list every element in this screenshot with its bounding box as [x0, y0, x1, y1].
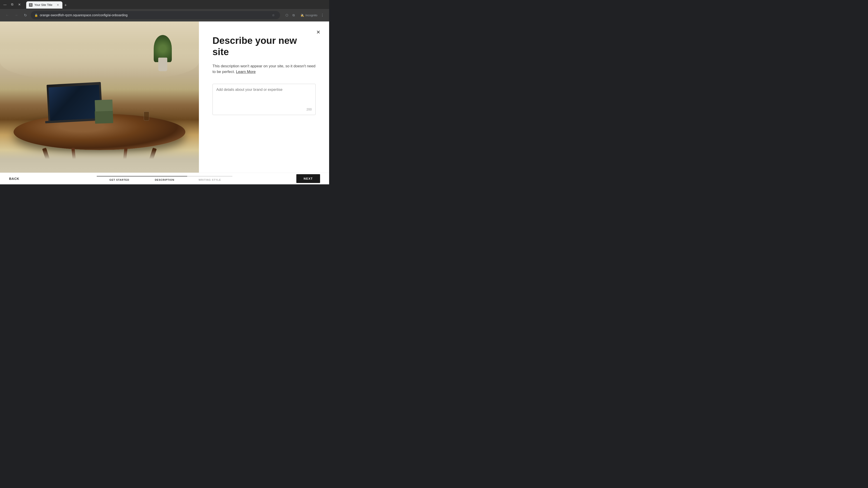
minimize-button[interactable]: —	[2, 1, 8, 8]
back-button[interactable]: BACK	[9, 177, 19, 181]
restore-button[interactable]: ⧉	[9, 1, 16, 8]
forward-nav-button[interactable]: →	[13, 11, 20, 19]
description-text: This description won't appear on your si…	[213, 64, 315, 74]
bookmark-button[interactable]: ☆	[270, 12, 276, 18]
back-arrow-icon: ←	[5, 13, 9, 17]
tab-favicon: S	[29, 3, 33, 7]
incognito-icon: 🕵	[301, 13, 304, 17]
bottom-bar: BACK GET STARTED DESCRIPTION WRITING STY…	[0, 173, 329, 184]
lock-icon: 🔒	[34, 13, 38, 17]
step-description: DESCRIPTION	[142, 176, 187, 181]
tab-bar: S Your Site Title ✕ +	[24, 0, 327, 8]
main-content: ✕ Describe your new site This descriptio…	[0, 22, 329, 173]
back-nav-button[interactable]: ←	[4, 11, 11, 19]
step-label-writing-style: WRITING STYLE	[198, 177, 221, 181]
step-label-get-started: GET STARTED	[110, 177, 129, 181]
next-button[interactable]: NEXT	[296, 174, 320, 183]
right-panel: ✕ Describe your new site This descriptio…	[199, 22, 329, 173]
incognito-indicator: 🕵 Incognito	[301, 13, 317, 17]
window-close-button[interactable]: ✕	[16, 1, 23, 8]
close-icon: ✕	[316, 29, 320, 35]
step-line-1	[97, 176, 142, 176]
url-display: orange-swordfish-rpzm.squarespace.com/co…	[40, 13, 268, 17]
browser-window-controls: — ⧉ ✕	[2, 1, 23, 8]
title-bar: — ⧉ ✕ S Your Site Title ✕ +	[0, 0, 329, 9]
step-line-3	[187, 176, 232, 176]
address-bar-input-wrap[interactable]: 🔒 orange-swordfish-rpzm.squarespace.com/…	[31, 11, 280, 19]
forward-arrow-icon: →	[14, 13, 18, 17]
reload-icon: ↻	[24, 13, 27, 18]
chrome-menu-button[interactable]: ⋮	[319, 12, 326, 18]
profile-button[interactable]: ⧉	[290, 12, 297, 18]
panel-title: Describe your new site	[213, 35, 315, 58]
description-textarea-wrap: 200	[213, 84, 315, 115]
photo-interior	[0, 22, 199, 173]
panel-description: This description won't appear on your si…	[213, 63, 315, 75]
tab-close-button[interactable]: ✕	[56, 3, 60, 7]
address-bar-icons: ☆	[270, 12, 276, 18]
step-line-2	[142, 176, 187, 176]
step-get-started: GET STARTED	[97, 176, 142, 181]
hero-photo-panel	[0, 22, 199, 173]
step-label-description: DESCRIPTION	[155, 177, 174, 181]
new-tab-button[interactable]: +	[62, 2, 69, 8]
reload-button[interactable]: ↻	[22, 11, 29, 19]
toolbar-icons: ⬡ ⧉	[284, 12, 297, 18]
active-tab[interactable]: S Your Site Title ✕	[26, 1, 62, 8]
address-bar: ← → ↻ 🔒 orange-swordfish-rpzm.squarespac…	[0, 9, 329, 22]
learn-more-link[interactable]: Learn More	[236, 70, 256, 74]
char-count-display: 200	[216, 107, 312, 111]
site-description-textarea[interactable]	[216, 88, 312, 106]
extensions-button[interactable]: ⬡	[284, 12, 290, 18]
close-panel-button[interactable]: ✕	[314, 28, 322, 36]
step-writing-style: WRITING STYLE	[187, 176, 232, 181]
progress-steps: GET STARTED DESCRIPTION WRITING STYLE	[97, 176, 232, 181]
browser-chrome: — ⧉ ✕ S Your Site Title ✕ + ← →	[0, 0, 329, 22]
tab-title: Your Site Title	[34, 3, 54, 6]
incognito-label: Incognito	[305, 13, 317, 17]
